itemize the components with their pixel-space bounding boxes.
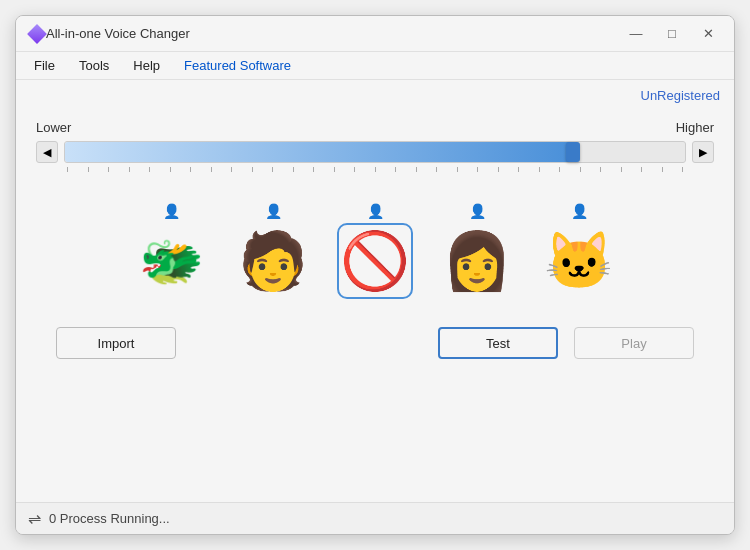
voice-item-man[interactable]: 👤 🧑 xyxy=(237,203,309,297)
woman-emoji: 👩 xyxy=(442,233,512,289)
window-controls: — □ ✕ xyxy=(622,24,722,44)
cat-avatar: 🐱 xyxy=(543,225,615,297)
slider-fill xyxy=(65,142,573,162)
cat-emoji: 🐱 xyxy=(544,233,614,289)
menu-tools[interactable]: Tools xyxy=(69,55,119,76)
process-icon: ⇌ xyxy=(28,509,41,528)
none-avatar: 🚫 xyxy=(339,225,411,297)
test-button[interactable]: Test xyxy=(438,327,558,359)
action-buttons: Import Test Play xyxy=(16,307,734,379)
menu-help[interactable]: Help xyxy=(123,55,170,76)
slider-track[interactable] xyxy=(64,141,686,163)
slider-ticks xyxy=(65,167,685,172)
close-button[interactable]: ✕ xyxy=(694,24,722,44)
slider-lower-label: Lower xyxy=(36,120,71,135)
menu-featured-software[interactable]: Featured Software xyxy=(174,55,301,76)
import-button[interactable]: Import xyxy=(56,327,176,359)
slider-row: ◀ ▶ xyxy=(36,141,714,163)
menu-bar: File Tools Help Featured Software xyxy=(16,52,734,80)
status-bar: ⇌ 0 Process Running... xyxy=(16,502,734,534)
window-title: All-in-one Voice Changer xyxy=(46,26,622,41)
pitch-slider-section: Lower Higher ◀ xyxy=(16,80,734,173)
main-content: UnRegistered Lower Higher ◀ xyxy=(16,80,734,502)
dragon-emoji: 🐲 xyxy=(139,235,204,287)
man-user-icon: 👤 xyxy=(265,203,282,219)
minimize-button[interactable]: — xyxy=(622,24,650,44)
man-emoji: 🧑 xyxy=(238,233,308,289)
cat-user-icon: 👤 xyxy=(571,203,588,219)
slider-right-arrow[interactable]: ▶ xyxy=(692,141,714,163)
voice-item-woman[interactable]: 👤 👩 xyxy=(441,203,513,297)
woman-user-icon: 👤 xyxy=(469,203,486,219)
slider-thumb[interactable] xyxy=(566,142,580,162)
play-button[interactable]: Play xyxy=(574,327,694,359)
none-emoji: 🚫 xyxy=(340,233,410,289)
voice-selection: 👤 🐲 👤 🧑 👤 🚫 👤 👩 xyxy=(16,173,734,307)
voice-item-none[interactable]: 👤 🚫 xyxy=(339,203,411,297)
man-avatar: 🧑 xyxy=(237,225,309,297)
woman-avatar: 👩 xyxy=(441,225,513,297)
process-status-text: 0 Process Running... xyxy=(49,511,170,526)
slider-labels: Lower Higher xyxy=(36,120,714,135)
menu-file[interactable]: File xyxy=(24,55,65,76)
title-bar: All-in-one Voice Changer — □ ✕ xyxy=(16,16,734,52)
app-icon xyxy=(28,25,46,43)
unregistered-label[interactable]: UnRegistered xyxy=(641,88,721,103)
voice-item-dragon[interactable]: 👤 🐲 xyxy=(135,203,207,297)
none-user-icon: 👤 xyxy=(367,203,384,219)
slider-left-arrow[interactable]: ◀ xyxy=(36,141,58,163)
voice-item-cat[interactable]: 👤 🐱 xyxy=(543,203,615,297)
dragon-avatar: 🐲 xyxy=(135,225,207,297)
maximize-button[interactable]: □ xyxy=(658,24,686,44)
slider-higher-label: Higher xyxy=(676,120,714,135)
dragon-user-icon: 👤 xyxy=(163,203,180,219)
main-window: All-in-one Voice Changer — □ ✕ File Tool… xyxy=(15,15,735,535)
